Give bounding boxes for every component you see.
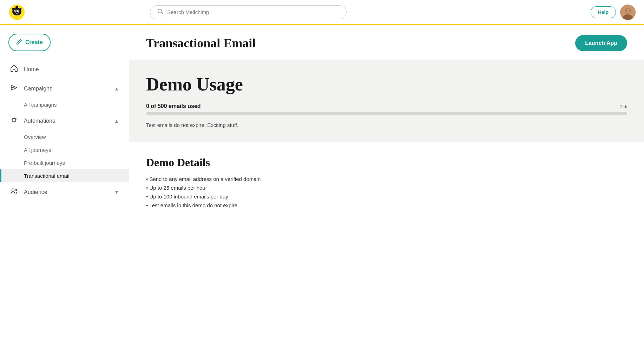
automations-icon	[10, 116, 18, 126]
svg-point-19	[13, 119, 15, 121]
automations-chevron-up-icon: ▲	[114, 118, 119, 124]
page-title: Transactional Email	[146, 36, 256, 50]
sidebar-item-audience[interactable]: Audience ▼	[0, 182, 129, 202]
svg-point-16	[629, 10, 630, 11]
sidebar-item-campaigns[interactable]: Campaigns ▲	[0, 79, 129, 98]
sidebar-item-automations[interactable]: Automations ▲	[0, 111, 129, 130]
svg-point-15	[626, 10, 627, 11]
usage-label: 0 of 500 emails used	[146, 103, 201, 109]
sidebar-automations-label: Automations	[24, 118, 109, 124]
search-container	[150, 5, 347, 19]
topbar: Help	[0, 0, 644, 25]
pencil-icon	[16, 39, 22, 46]
svg-point-4	[15, 10, 16, 11]
svg-point-20	[12, 189, 14, 191]
svg-point-6	[15, 6, 18, 9]
search-input[interactable]	[167, 9, 339, 15]
audience-icon	[10, 187, 18, 197]
list-item: Up to 100 inbound emails per day	[146, 194, 627, 200]
details-list: Send to any email address on a verified …	[146, 176, 627, 208]
usage-section: Demo Usage 0 of 500 emails used 0% Test …	[129, 60, 644, 142]
svg-line-10	[162, 12, 163, 14]
campaigns-icon	[10, 84, 18, 93]
sidebar-item-all-campaigns[interactable]: All campaigns	[0, 98, 129, 111]
sidebar-item-home-label: Home	[24, 66, 119, 73]
list-item: Test emails in this demo do not expire	[146, 202, 627, 208]
list-item: Send to any email address on a verified …	[146, 176, 627, 182]
create-label: Create	[25, 39, 43, 46]
usage-row: 0 of 500 emails used 0%	[146, 103, 627, 109]
sidebar-item-overview[interactable]: Overview	[0, 130, 129, 143]
audience-chevron-down-icon: ▼	[114, 189, 119, 195]
usage-percent: 0%	[619, 103, 627, 109]
topbar-right: Help	[591, 5, 636, 20]
list-item: Up to 25 emails per hour	[146, 185, 627, 191]
create-button[interactable]: Create	[8, 34, 51, 51]
help-button[interactable]: Help	[591, 6, 616, 18]
search-icon	[157, 8, 164, 16]
sidebar: Create Home Campaigns ▲ All campaigns	[0, 25, 129, 351]
sidebar-campaigns-label: Campaigns	[24, 86, 109, 92]
logo[interactable]	[8, 4, 25, 21]
campaigns-chevron-up-icon: ▲	[114, 86, 119, 92]
avatar[interactable]	[620, 5, 636, 20]
svg-point-21	[15, 189, 17, 191]
usage-note: Test emails do not expire. Exciting stuf…	[146, 122, 627, 128]
page-header: Transactional Email Launch App	[129, 25, 644, 60]
sidebar-audience-label: Audience	[24, 189, 109, 195]
sidebar-item-home[interactable]: Home	[0, 60, 129, 79]
home-icon	[10, 65, 18, 74]
details-title: Demo Details	[146, 156, 627, 169]
usage-title: Demo Usage	[146, 74, 627, 95]
main-content: Transactional Email Launch App Demo Usag…	[129, 25, 644, 351]
launch-app-button[interactable]: Launch App	[575, 35, 627, 51]
details-section: Demo Details Send to any email address o…	[129, 142, 644, 222]
svg-point-5	[18, 10, 19, 11]
sidebar-item-transactional-email[interactable]: Transactional email	[0, 169, 129, 182]
layout: Create Home Campaigns ▲ All campaigns	[0, 25, 644, 351]
progress-bar	[146, 112, 627, 115]
sidebar-item-all-journeys[interactable]: All journeys	[0, 143, 129, 156]
sidebar-item-pre-built-journeys[interactable]: Pre-built journeys	[0, 156, 129, 169]
